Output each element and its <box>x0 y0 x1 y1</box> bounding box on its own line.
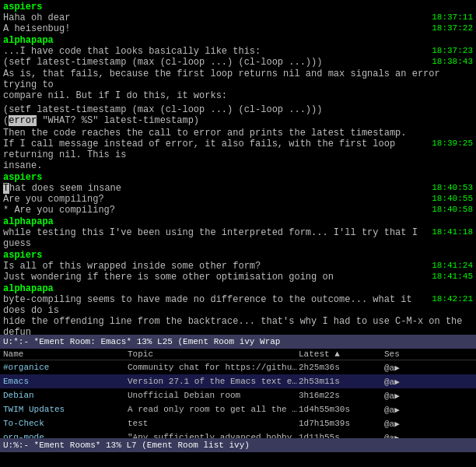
rooms-table-header: Name Topic Latest ▲ Ses <box>0 349 476 360</box>
room-latest: 2h25m36s <box>299 363 384 372</box>
room-name[interactable]: Emacs <box>3 377 128 386</box>
room-name[interactable]: To-Check <box>3 419 128 428</box>
code-line: (setf latest-timestamp (max (cl-loop ...… <box>3 104 473 115</box>
timestamp: 18:40:53 <box>429 183 473 192</box>
timestamp: 18:40:58 <box>429 205 473 214</box>
room-row[interactable]: TWIM Updates A read only room to get all… <box>0 402 476 416</box>
timestamp: 18:41:24 <box>429 261 473 270</box>
room-name[interactable]: TWIM Updates <box>3 405 128 414</box>
room-ses: @a▶ <box>384 419 431 429</box>
room-row[interactable]: Emacs Version 27.1 of the Emacs text e..… <box>0 374 476 388</box>
username: aspiers <box>3 250 42 261</box>
message-block: alphapapa ...I have code that looks basi… <box>3 35 473 68</box>
message-block: alphapapa while testing this I've been u… <box>3 216 473 249</box>
message-text: Then the code reaches the call to error … <box>3 128 473 139</box>
code-line-error: (error "WHAT? %S" latest-timestamp) <box>3 115 473 126</box>
message-text: As is, that fails, because the first loo… <box>3 68 473 90</box>
username: aspiers <box>3 2 42 12</box>
message-block: As is, that fails, because the first loo… <box>3 68 473 101</box>
message-text: Are you compiling? <box>3 194 429 205</box>
room-latest: 1d11h55s <box>299 433 384 438</box>
room-topic: Community chat for https://githu... <box>128 363 299 372</box>
room-row[interactable]: Debian Unofficial Debian room 3h16m22s @… <box>0 388 476 402</box>
timestamp: 18:39:25 <box>429 139 473 148</box>
room-ses: @a▶ <box>384 391 431 401</box>
username: alphapapa <box>3 283 54 294</box>
message-block: alphapapa byte-compiling seems to have m… <box>3 283 473 335</box>
status-bar-2: U:%:- *Ement Rooms* 13% L7 (Ement Room l… <box>0 438 476 452</box>
message-text: ...I have code that looks basically like… <box>3 46 429 57</box>
timestamp: 18:37:11 <box>429 12 473 22</box>
message-block: aspiers That does seem insane 18:40:53 A… <box>3 172 473 216</box>
message-text: Is all of this wrapped inside some other… <box>3 261 429 272</box>
room-row[interactable]: To-Check test 1d7h15m39s @a▶ <box>0 416 476 430</box>
room-ses: @a▶ <box>384 377 431 387</box>
room-ses: @a▶ <box>384 405 431 415</box>
message-text: Haha oh dear <box>3 12 429 23</box>
rooms-panel[interactable]: Name Topic Latest ▲ Ses #organice Commun… <box>0 349 476 438</box>
timestamp: 18:38:43 <box>429 57 473 66</box>
room-name[interactable]: Debian <box>3 391 128 400</box>
message-text: If I call message instead of error, it a… <box>3 139 429 160</box>
room-latest: 2h53m11s <box>299 377 384 386</box>
room-topic: Version 27.1 of the Emacs text e... <box>128 377 299 386</box>
room-ses: @a▶ <box>384 363 431 373</box>
message-block: aspiers Haha oh dear 18:37:11 A heisenbu… <box>3 2 473 34</box>
message-text: * Are you compiling? <box>3 205 429 216</box>
message-text: hide the offending line from the backtra… <box>3 316 473 335</box>
room-topic: A read only room to get all the ... <box>128 405 299 414</box>
message-text: insane. <box>3 160 473 171</box>
message-text: while testing this I've been using the i… <box>3 227 429 249</box>
timestamp: 18:41:18 <box>429 227 473 237</box>
timestamp: 18:40:55 <box>429 194 473 203</box>
message-text: (setf latest-timestamp (max (cl-loop ...… <box>3 57 429 68</box>
room-ses: @a▶ <box>384 433 431 439</box>
status-text-2: U:%:- *Ement Rooms* 13% L7 (Ement Room l… <box>3 441 250 450</box>
message-text: A heisenbug! <box>3 23 429 34</box>
room-topic: Unofficial Debian room <box>128 391 299 400</box>
col-header-name: Name <box>3 349 128 359</box>
status-bar-1: U:*:- *Ement Room: Emacs* 13% L25 (Ement… <box>0 335 476 349</box>
message-text: That does seem insane <box>3 183 429 194</box>
message-text: byte-compiling seems to have made no dif… <box>3 294 429 316</box>
room-name[interactable]: org-mode <box>3 433 128 438</box>
username: alphapapa <box>3 216 54 227</box>
col-header-ses: Ses <box>384 349 431 359</box>
message-block: Then the code reaches the call to error … <box>3 128 473 171</box>
status-text-1: U:*:- *Ement Room: Emacs* 13% L25 (Ement… <box>3 337 280 346</box>
room-row[interactable]: org-mode "Any sufficiently advanced hobb… <box>0 430 476 438</box>
timestamp: 18:42:21 <box>429 294 473 304</box>
room-name[interactable]: #organice <box>3 363 128 372</box>
col-header-latest[interactable]: Latest ▲ <box>299 349 384 359</box>
timestamp: 18:37:22 <box>429 23 473 33</box>
username: alphapapa <box>3 35 54 46</box>
message-block: aspiers Is all of this wrapped inside so… <box>3 250 473 283</box>
room-topic: test <box>128 419 299 428</box>
message-text: compare nil. But if I do this, it works: <box>3 90 473 101</box>
room-row[interactable]: #organice Community chat for https://git… <box>0 360 476 374</box>
message-text: Just wondering if there is some other op… <box>3 272 429 283</box>
chat-area: aspiers Haha oh dear 18:37:11 A heisenbu… <box>0 0 476 335</box>
username: aspiers <box>3 172 42 183</box>
timestamp: 18:37:23 <box>429 46 473 55</box>
code-block: (setf latest-timestamp (max (cl-loop ...… <box>3 104 473 126</box>
room-latest: 1d4h55m30s <box>299 405 384 414</box>
room-latest: 3h16m22s <box>299 391 384 400</box>
col-header-topic: Topic <box>128 349 299 359</box>
timestamp: 18:41:45 <box>429 272 473 281</box>
room-topic: "Any sufficiently advanced hobby... <box>128 433 299 438</box>
room-latest: 1d7h15m39s <box>299 419 384 428</box>
